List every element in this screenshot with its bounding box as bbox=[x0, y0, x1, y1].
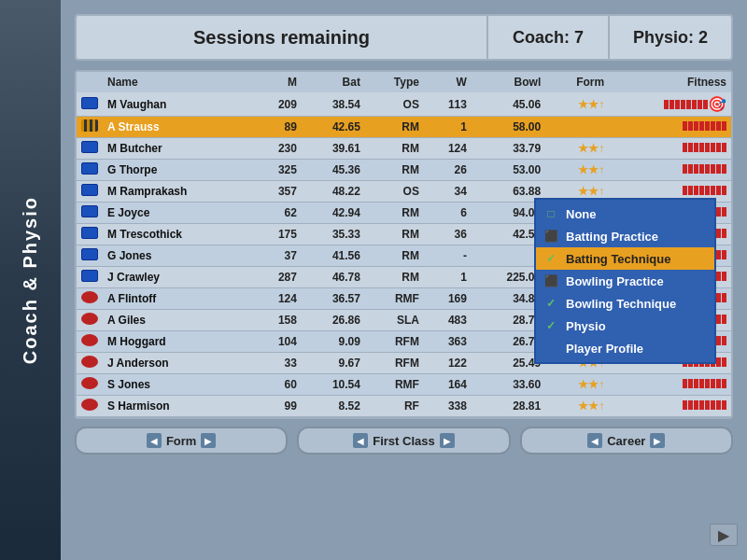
bowling-technique-icon: ✓ bbox=[543, 296, 558, 311]
player-name[interactable]: G Jones bbox=[103, 245, 254, 267]
player-form: ★★↑ bbox=[545, 92, 609, 117]
player-type: RM bbox=[365, 224, 424, 245]
table-row[interactable]: M Butcher 230 39.61 RM 124 33.79 ★★↑ bbox=[77, 138, 731, 160]
player-type: SLA bbox=[365, 310, 424, 331]
col-form: Form bbox=[545, 72, 609, 92]
first-class-prev-button[interactable]: ◀ bbox=[353, 433, 368, 448]
player-name[interactable]: J Crawley bbox=[103, 267, 254, 288]
table-row[interactable]: G Thorpe 325 45.36 RM 26 53.00 ★★↑ bbox=[77, 160, 731, 181]
col-fitness: Fitness bbox=[609, 72, 731, 92]
player-fitness bbox=[609, 396, 731, 417]
bottom-nav: ◀ Form ▶ ◀ First Class ▶ ◀ Career ▶ bbox=[75, 427, 733, 455]
player-bat: 45.36 bbox=[302, 160, 365, 181]
player-bat: 48.22 bbox=[302, 181, 365, 203]
player-name[interactable]: S Jones bbox=[103, 374, 254, 396]
player-icon-cell bbox=[77, 331, 103, 353]
player-wickets: 483 bbox=[424, 310, 472, 331]
col-type: Type bbox=[365, 72, 424, 92]
player-name[interactable]: J Anderson bbox=[103, 353, 254, 374]
player-type: OS bbox=[365, 92, 424, 117]
player-matches: 33 bbox=[254, 353, 302, 374]
player-name[interactable]: M Hoggard bbox=[103, 331, 254, 353]
menu-label-player-profile: Player Profile bbox=[566, 342, 643, 356]
player-bowl: 33.60 bbox=[472, 374, 545, 396]
table-row[interactable]: S Jones 60 10.54 RMF 164 33.60 ★★↑ bbox=[77, 374, 731, 396]
nav-form: ◀ Form ▶ bbox=[75, 427, 288, 455]
player-icon-cell bbox=[77, 160, 103, 181]
player-form: ★★↑ bbox=[545, 138, 609, 160]
fitness-extra-icon: 🎯 bbox=[708, 96, 726, 112]
player-name[interactable]: A Strauss bbox=[103, 117, 254, 138]
player-icon-cell bbox=[77, 203, 103, 224]
player-name[interactable]: M Ramprakash bbox=[103, 181, 254, 203]
menu-item-batting-practice[interactable]: ⬛ Batting Practice bbox=[536, 225, 714, 247]
table-row[interactable]: S Harmison 99 8.52 RF 338 28.81 ★★↑ bbox=[77, 396, 731, 417]
player-wickets: 169 bbox=[424, 288, 472, 310]
player-fitness: 🎯 bbox=[609, 92, 731, 117]
fitness-bar bbox=[683, 143, 726, 152]
player-type: RFM bbox=[365, 331, 424, 353]
menu-item-physio[interactable]: ✓ Physio bbox=[536, 315, 714, 337]
player-name[interactable]: S Harmison bbox=[103, 396, 254, 417]
player-form: ★★↑ bbox=[545, 160, 609, 181]
menu-item-batting-technique[interactable]: ✓ Batting Technique bbox=[536, 247, 714, 270]
next-page-button[interactable]: ▶ bbox=[710, 524, 738, 546]
player-type: RM bbox=[365, 138, 424, 160]
player-wickets: 338 bbox=[424, 396, 472, 417]
career-prev-button[interactable]: ◀ bbox=[587, 433, 602, 448]
player-bowl: 58.00 bbox=[472, 117, 545, 138]
menu-item-player-profile[interactable]: Player Profile bbox=[536, 337, 714, 359]
player-name[interactable]: M Vaughan bbox=[103, 92, 254, 117]
player-matches: 104 bbox=[254, 331, 302, 353]
player-form: ★★↑ bbox=[545, 396, 609, 417]
career-label: Career bbox=[607, 434, 645, 448]
player-wickets: 26 bbox=[424, 160, 472, 181]
menu-item-bowling-practice[interactable]: ⬛ Bowling Practice bbox=[536, 270, 714, 292]
first-class-label: First Class bbox=[373, 434, 434, 448]
form-next-button[interactable]: ▶ bbox=[201, 433, 216, 448]
col-name: Name bbox=[103, 72, 254, 92]
player-name[interactable]: M Butcher bbox=[103, 138, 254, 160]
player-icon-cell bbox=[77, 181, 103, 203]
player-type: RM bbox=[365, 117, 424, 138]
player-bowl: 28.81 bbox=[472, 396, 545, 417]
player-name[interactable]: M Trescothick bbox=[103, 224, 254, 245]
player-name[interactable]: G Thorpe bbox=[103, 160, 254, 181]
player-bat: 42.65 bbox=[302, 117, 365, 138]
player-type: RMF bbox=[365, 288, 424, 310]
career-next-button[interactable]: ▶ bbox=[650, 433, 665, 448]
player-icon-cell bbox=[77, 310, 103, 331]
menu-label-batting-technique: Batting Technique bbox=[566, 252, 670, 266]
menu-item-none[interactable]: □ None bbox=[536, 203, 714, 225]
player-wickets: 124 bbox=[424, 138, 472, 160]
first-class-next-button[interactable]: ▶ bbox=[440, 433, 455, 448]
player-matches: 99 bbox=[254, 396, 302, 417]
player-bowl: 45.06 bbox=[472, 92, 545, 117]
player-name[interactable]: E Joyce bbox=[103, 203, 254, 224]
player-wickets: 6 bbox=[424, 203, 472, 224]
player-type: OS bbox=[365, 181, 424, 203]
player-bat: 26.86 bbox=[302, 310, 365, 331]
table-row[interactable]: A Strauss 89 42.65 RM 1 58.00 ★★↑ bbox=[77, 117, 731, 138]
col-bowl: Bowl bbox=[472, 72, 545, 92]
player-wickets: 1 bbox=[424, 117, 472, 138]
header-bar: Sessions remaining Coach: 7 Physio: 2 bbox=[75, 14, 733, 61]
table-row[interactable]: M Vaughan 209 38.54 OS 113 45.06 ★★↑ 🎯 bbox=[77, 92, 731, 117]
player-bat: 9.67 bbox=[302, 353, 365, 374]
player-type: RM bbox=[365, 160, 424, 181]
fitness-bar bbox=[683, 400, 726, 410]
player-bat: 10.54 bbox=[302, 374, 365, 396]
physio-icon: ✓ bbox=[543, 318, 558, 333]
menu-item-bowling-technique[interactable]: ✓ Bowling Technique bbox=[536, 292, 714, 315]
col-icon bbox=[77, 72, 103, 92]
player-matches: 89 bbox=[254, 117, 302, 138]
player-wickets: 122 bbox=[424, 353, 472, 374]
player-matches: 175 bbox=[254, 224, 302, 245]
player-name[interactable]: A Giles bbox=[103, 310, 254, 331]
table-header-row: Name M Bat Type W Bowl Form Fitness bbox=[77, 72, 731, 92]
player-type: RM bbox=[365, 267, 424, 288]
player-name[interactable]: A Flintoff bbox=[103, 288, 254, 310]
form-prev-button[interactable]: ◀ bbox=[147, 433, 162, 448]
player-icon-cell bbox=[77, 224, 103, 245]
player-bat: 39.61 bbox=[302, 138, 365, 160]
